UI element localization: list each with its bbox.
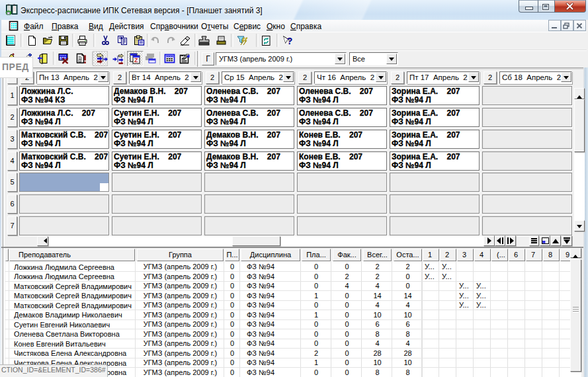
svg-text:?: ? [287,36,293,46]
svg-text:Z: Z [134,57,138,63]
